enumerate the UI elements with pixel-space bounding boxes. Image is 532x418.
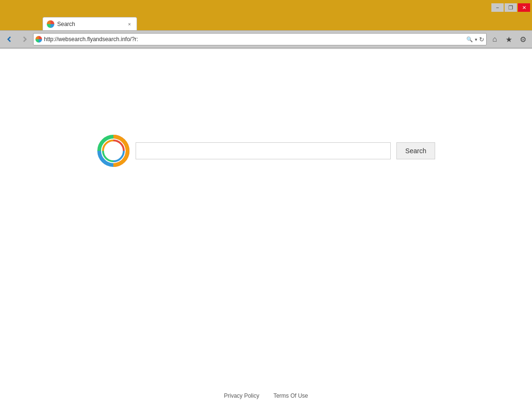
minimize-button[interactable]: −	[491, 3, 504, 12]
webpage-content: Search Privacy Policy Terms Of Use	[0, 49, 532, 418]
footer-links: Privacy Policy Terms Of Use	[224, 392, 308, 399]
nav-right-icons: ⌂ ★ ⚙	[489, 33, 529, 45]
nav-bar: 🔍 ▾ ↻ ⌂ ★ ⚙	[0, 30, 532, 48]
address-dropdown-button[interactable]: ▾	[475, 37, 477, 42]
tab-title: Search	[57, 21, 123, 27]
search-button[interactable]: Search	[396, 142, 435, 159]
privacy-policy-link[interactable]: Privacy Policy	[224, 392, 259, 399]
address-search-icon: 🔍	[466, 36, 473, 43]
home-button[interactable]: ⌂	[489, 33, 501, 45]
tab-close-button[interactable]: ×	[126, 21, 133, 27]
restore-button[interactable]: ❐	[505, 3, 517, 12]
logo-icon	[97, 134, 130, 167]
favorites-button[interactable]: ★	[503, 33, 515, 45]
forward-button[interactable]	[18, 33, 31, 45]
address-input[interactable]	[44, 36, 464, 43]
title-bar: − ❐ ✕	[0, 0, 532, 14]
back-button[interactable]	[3, 33, 16, 45]
tab-bar: Search ×	[0, 14, 532, 30]
address-favicon-icon	[35, 36, 42, 43]
refresh-button[interactable]: ↻	[479, 36, 484, 43]
close-button[interactable]: ✕	[518, 3, 530, 12]
settings-button[interactable]: ⚙	[517, 33, 529, 45]
browser-window: − ❐ ✕ Search × 🔍 ▾	[0, 0, 532, 418]
search-input[interactable]	[136, 142, 391, 159]
search-area: Search	[97, 134, 435, 167]
tab-favicon-icon	[47, 20, 54, 28]
terms-of-use-link[interactable]: Terms Of Use	[274, 392, 308, 399]
title-bar-buttons: − ❐ ✕	[491, 3, 530, 12]
browser-tab[interactable]: Search ×	[43, 17, 137, 30]
address-bar[interactable]: 🔍 ▾ ↻	[33, 33, 487, 45]
